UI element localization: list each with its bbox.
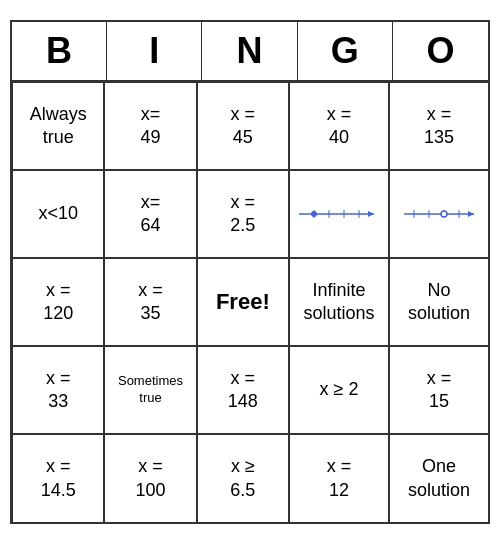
- cell-text: Infinitesolutions: [303, 279, 374, 326]
- cell-r2c4: [289, 170, 389, 258]
- header-n: N: [202, 22, 297, 80]
- bingo-grid: Alwaystruex=49x =45x =40x =135x<10x=64x …: [12, 82, 488, 522]
- cell-r3c1: x =120: [12, 258, 104, 346]
- cell-r5c5: Onesolution: [389, 434, 488, 522]
- cell-r4c2: Sometimestrue: [104, 346, 196, 434]
- cell-text: x ≥ 2: [320, 378, 359, 401]
- cell-text: x =45: [231, 103, 256, 150]
- cell-text: Alwaystrue: [30, 103, 87, 150]
- cell-text: x =2.5: [230, 191, 255, 238]
- cell-r4c4: x ≥ 2: [289, 346, 389, 434]
- cell-text: x=49: [140, 103, 160, 150]
- cell-text: x =12: [327, 455, 352, 502]
- cell-r2c2: x=64: [104, 170, 196, 258]
- cell-r2c5: [389, 170, 488, 258]
- number-line-1: [294, 205, 384, 223]
- cell-text: x ≥6.5: [230, 455, 255, 502]
- bingo-header: B I N G O: [12, 22, 488, 82]
- cell-text: x =15: [427, 367, 452, 414]
- cell-r5c3: x ≥6.5: [197, 434, 289, 522]
- cell-r2c3: x =2.5: [197, 170, 289, 258]
- cell-r3c3: Free!: [197, 258, 289, 346]
- cell-text: x =14.5: [41, 455, 76, 502]
- cell-text: x =100: [135, 455, 165, 502]
- cell-r1c1: Alwaystrue: [12, 82, 104, 170]
- cell-text: x =135: [424, 103, 454, 150]
- svg-marker-5: [368, 211, 374, 217]
- bingo-card: B I N G O Alwaystruex=49x =45x =40x =135…: [10, 20, 490, 524]
- cell-r3c4: Infinitesolutions: [289, 258, 389, 346]
- cell-r3c5: Nosolution: [389, 258, 488, 346]
- cell-text: Nosolution: [408, 279, 470, 326]
- cell-r4c3: x =148: [197, 346, 289, 434]
- cell-r1c3: x =45: [197, 82, 289, 170]
- cell-r3c2: x =35: [104, 258, 196, 346]
- cell-text: x =148: [228, 367, 258, 414]
- cell-text: x =35: [138, 279, 163, 326]
- header-b: B: [12, 22, 107, 80]
- cell-text: x=64: [140, 191, 160, 238]
- cell-r1c5: x =135: [389, 82, 488, 170]
- cell-r2c1: x<10: [12, 170, 104, 258]
- header-o: O: [393, 22, 488, 80]
- cell-r5c4: x =12: [289, 434, 389, 522]
- cell-r1c2: x=49: [104, 82, 196, 170]
- svg-marker-12: [468, 211, 474, 217]
- header-g: G: [298, 22, 393, 80]
- cell-text: x =33: [46, 367, 71, 414]
- cell-text: x<10: [38, 202, 78, 225]
- cell-text: Sometimestrue: [118, 373, 183, 407]
- cell-r1c4: x =40: [289, 82, 389, 170]
- header-i: I: [107, 22, 202, 80]
- number-line-2: [394, 205, 484, 223]
- cell-text: x =120: [43, 279, 73, 326]
- cell-r5c2: x =100: [104, 434, 196, 522]
- svg-point-13: [441, 211, 447, 217]
- cell-text: Onesolution: [408, 455, 470, 502]
- cell-text: x =40: [327, 103, 352, 150]
- cell-r4c5: x =15: [389, 346, 488, 434]
- cell-r4c1: x =33: [12, 346, 104, 434]
- cell-r5c1: x =14.5: [12, 434, 104, 522]
- svg-point-6: [311, 211, 317, 217]
